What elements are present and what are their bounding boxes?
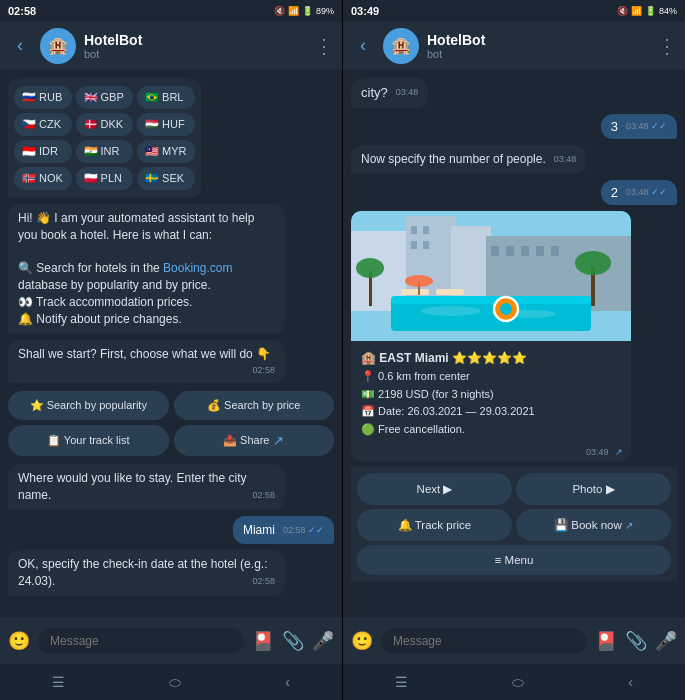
right-emoji-icon[interactable]: 🙂 bbox=[351, 630, 373, 652]
share-button[interactable]: 📤 Share ↗ bbox=[174, 425, 335, 456]
right-attach-icon[interactable]: 📎 bbox=[625, 630, 647, 652]
currency-brl[interactable]: 🇧🇷 BRL bbox=[137, 86, 195, 109]
user-2-time: 03:48 ✓✓ bbox=[626, 187, 667, 197]
currency-pln[interactable]: 🇵🇱 PLN bbox=[76, 167, 134, 190]
left-phone-panel: 02:58 🔇 📶 🔋 89% ‹ 🏨 HotelBot bot ⋮ 🇷🇺 RU… bbox=[0, 0, 342, 700]
mic-icon[interactable]: 🎤 bbox=[312, 630, 334, 652]
svg-rect-23 bbox=[436, 289, 464, 295]
left-bot-name: HotelBot bbox=[84, 32, 306, 48]
svg-rect-8 bbox=[423, 241, 429, 249]
left-time: 02:58 bbox=[8, 5, 36, 17]
hotel-price: 💵 2198 USD (for 3 nights) bbox=[361, 386, 621, 404]
currency-gbp[interactable]: 🇬🇧 GBP bbox=[76, 86, 134, 109]
hotel-action-buttons: Next ▶ Photo ▶ 🔔 Track price 💾 Book now … bbox=[351, 467, 677, 581]
sticker-icon[interactable]: 🎴 bbox=[252, 630, 274, 652]
track-price-button[interactable]: 🔔 Track price bbox=[357, 509, 512, 541]
left-message-input[interactable] bbox=[38, 628, 244, 654]
left-status-icons: 🔇 📶 🔋 89% bbox=[274, 6, 334, 16]
right-status-bar: 03:49 🔇 📶 🔋 84% bbox=[343, 0, 685, 22]
hotel-dates: 📅 Date: 26.03.2021 — 29.03.2021 bbox=[361, 403, 621, 421]
svg-rect-19 bbox=[391, 296, 591, 304]
svg-point-17 bbox=[356, 258, 384, 278]
svg-rect-11 bbox=[521, 246, 529, 256]
left-header-info: HotelBot bot bbox=[84, 32, 306, 60]
cta-time: 02:58 bbox=[253, 364, 276, 377]
svg-rect-6 bbox=[423, 226, 429, 234]
cta-text: Shall we start? First, choose what we wi… bbox=[18, 347, 271, 361]
right-input-bar: 🙂 🎴 📎 🎤 bbox=[343, 616, 685, 664]
user-3-text: 3 bbox=[611, 119, 618, 134]
checkin-prompt-time: 02:58 bbox=[253, 575, 276, 588]
emoji-icon[interactable]: 🙂 bbox=[8, 630, 30, 652]
hotel-stars: ⭐⭐⭐⭐⭐ bbox=[452, 351, 527, 365]
city-prompt-bubble: Where would you like to stay. Enter the … bbox=[8, 464, 285, 510]
user-2-bubble: 2 03:48 ✓✓ bbox=[601, 180, 677, 205]
cta-bubble: Shall we start? First, choose what we wi… bbox=[8, 340, 285, 383]
people-prompt-text: Now specify the number of people. bbox=[361, 152, 546, 166]
svg-point-15 bbox=[575, 251, 611, 275]
city-prompt-text: Where would you like to stay. Enter the … bbox=[18, 471, 247, 502]
right-message-input[interactable] bbox=[381, 628, 587, 654]
hotel-image bbox=[351, 211, 631, 341]
right-nav-bar: ☰ ⬭ ‹ bbox=[343, 664, 685, 700]
right-time: 03:49 bbox=[351, 5, 379, 17]
left-avatar: 🏨 bbox=[40, 28, 76, 64]
currency-nok[interactable]: 🇳🇴 NOK bbox=[14, 167, 72, 190]
left-back-button[interactable]: ‹ bbox=[8, 35, 32, 56]
currency-idr[interactable]: 🇮🇩 IDR bbox=[14, 140, 72, 163]
right-nav-menu-icon[interactable]: ☰ bbox=[395, 674, 408, 690]
right-mic-icon[interactable]: 🎤 bbox=[655, 630, 677, 652]
user-miami-text: Miami bbox=[243, 523, 275, 537]
forward-hotel-icon: ↗ bbox=[615, 447, 623, 457]
svg-rect-10 bbox=[506, 246, 514, 256]
right-sticker-icon[interactable]: 🎴 bbox=[595, 630, 617, 652]
nav-menu-icon[interactable]: ☰ bbox=[52, 674, 65, 690]
checkin-prompt-text: OK, specify the check-in date at the hot… bbox=[18, 557, 267, 588]
search-price-button[interactable]: 💰 Search by price bbox=[174, 391, 335, 420]
right-status-icons: 🔇 📶 🔋 84% bbox=[617, 6, 677, 16]
forward-icon: ↗ bbox=[273, 433, 284, 448]
right-nav-back-icon[interactable]: ‹ bbox=[628, 674, 633, 690]
right-avatar: 🏨 bbox=[383, 28, 419, 64]
currency-myr[interactable]: 🇲🇾 MYR bbox=[137, 140, 195, 163]
right-chat-area: city? 03:48 3 03:48 ✓✓ Now specify the n… bbox=[343, 70, 685, 616]
search-popularity-button[interactable]: ⭐ Search by popularity bbox=[8, 391, 169, 420]
left-more-button[interactable]: ⋮ bbox=[314, 34, 334, 58]
right-back-button[interactable]: ‹ bbox=[351, 35, 375, 56]
right-nav-home-icon[interactable]: ⬭ bbox=[512, 674, 524, 691]
track-list-button[interactable]: 📋 Your track list bbox=[8, 425, 169, 456]
left-status-bar: 02:58 🔇 📶 🔋 89% bbox=[0, 0, 342, 22]
currency-sek[interactable]: 🇸🇪 SEK bbox=[137, 167, 195, 190]
svg-rect-13 bbox=[551, 246, 559, 256]
attach-icon[interactable]: 📎 bbox=[282, 630, 304, 652]
svg-rect-7 bbox=[411, 241, 417, 249]
right-more-button[interactable]: ⋮ bbox=[657, 34, 677, 58]
checkin-prompt-bubble: OK, specify the check-in date at the hot… bbox=[8, 550, 285, 596]
feature-track: 👀 Track accommodation prices. bbox=[18, 295, 192, 309]
book-now-button[interactable]: 💾 Book now ↗ bbox=[516, 509, 671, 541]
currency-dkk[interactable]: 🇩🇰 DKK bbox=[76, 113, 134, 136]
user-miami-bubble: Miami 02:58 ✓✓ bbox=[233, 516, 334, 545]
photo-button[interactable]: Photo ▶ bbox=[516, 473, 671, 505]
nav-home-icon[interactable]: ⬭ bbox=[169, 674, 181, 691]
user-miami-time: 02:58 ✓✓ bbox=[283, 524, 324, 537]
hotel-info: 🏨 EAST Miami ⭐⭐⭐⭐⭐ 📍 0.6 km from center … bbox=[351, 341, 631, 447]
greeting-bubble: Hi! 👋 I am your automated assistant to h… bbox=[8, 204, 285, 334]
currency-bubble: 🇷🇺 RUB 🇬🇧 GBP 🇧🇷 BRL 🇨🇿 CZK 🇩🇰 DKK 🇭🇺 HU… bbox=[8, 78, 201, 198]
menu-button[interactable]: ≡ Menu bbox=[357, 545, 671, 575]
currency-huf[interactable]: 🇭🇺 HUF bbox=[137, 113, 195, 136]
currency-rub[interactable]: 🇷🇺 RUB bbox=[14, 86, 72, 109]
svg-rect-12 bbox=[536, 246, 544, 256]
next-button[interactable]: Next ▶ bbox=[357, 473, 512, 505]
check-icon-3: ✓✓ bbox=[651, 121, 667, 131]
check-icon-2: ✓✓ bbox=[651, 187, 667, 197]
nav-back-icon[interactable]: ‹ bbox=[285, 674, 290, 690]
user-2-text: 2 bbox=[611, 185, 618, 200]
currency-inr[interactable]: 🇮🇳 INR bbox=[76, 140, 134, 163]
right-header-info: HotelBot bot bbox=[427, 32, 649, 60]
expand-icon: ↗ bbox=[625, 520, 633, 531]
hotel-pool-scene bbox=[351, 211, 631, 341]
feature-notify: 🔔 Notify about price changes. bbox=[18, 312, 182, 326]
currency-czk[interactable]: 🇨🇿 CZK bbox=[14, 113, 72, 136]
user-3-time: 03:48 ✓✓ bbox=[626, 121, 667, 131]
